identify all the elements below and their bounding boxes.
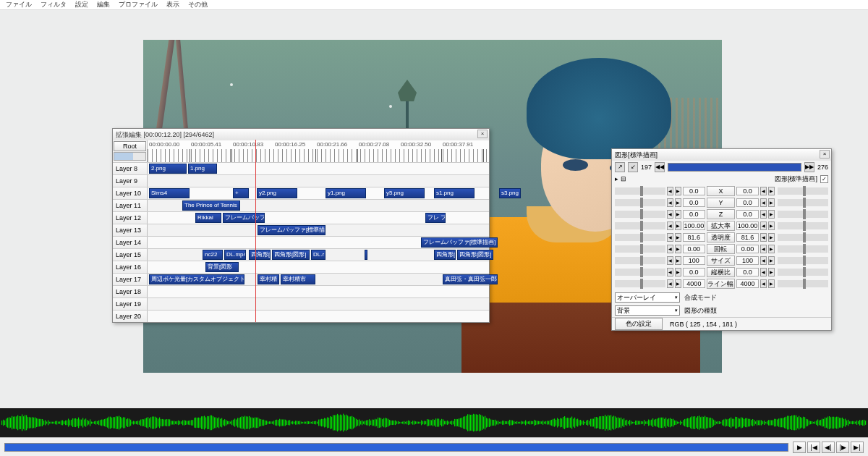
step-down-icon[interactable]: ◀ (760, 233, 767, 242)
step-down-icon[interactable]: ◀ (667, 210, 673, 219)
clip[interactable]: s3.png (499, 188, 521, 198)
timeline-track[interactable]: Layer 14フレームバッファ[標準描画] (113, 236, 489, 248)
step-down-icon[interactable]: ◀ (667, 256, 673, 265)
forward-icon[interactable]: ▶▶ (804, 162, 814, 172)
menu-編集[interactable]: 編集 (93, 0, 114, 9)
root-button[interactable]: Root (114, 141, 146, 151)
step-down-icon[interactable]: ◀ (667, 245, 673, 253)
track-lane[interactable] (148, 311, 489, 322)
menu-その他[interactable]: その他 (184, 0, 212, 9)
step-down-icon[interactable]: ◀ (760, 198, 767, 207)
track-label[interactable]: Layer 12 (113, 212, 148, 224)
timeline-window[interactable]: 拡張編集 [00:00:12.20] [294/6462] × Root 00:… (112, 128, 490, 323)
step-up-icon[interactable]: ▶ (675, 187, 681, 195)
step-up-icon[interactable]: ▶ (768, 233, 775, 242)
param-value-right[interactable]: 0.0 (736, 210, 759, 219)
track-label[interactable]: Layer 11 (113, 200, 148, 211)
track-label[interactable]: Layer 16 (113, 261, 148, 273)
step-up-icon[interactable]: ▶ (768, 198, 775, 207)
param-slider[interactable] (615, 187, 665, 195)
clip[interactable]: nc22 (203, 250, 223, 260)
track-lane[interactable] (148, 298, 489, 310)
param-slider[interactable] (778, 234, 828, 241)
timeline-track[interactable]: Layer 9 (113, 174, 489, 187)
step-up-icon[interactable]: ▶ (675, 245, 681, 253)
clip[interactable]: + (233, 188, 249, 198)
track-lane[interactable]: Rikkaiフレームバッファフレ フ (148, 212, 489, 224)
scene-selector[interactable] (114, 152, 146, 161)
clip[interactable]: DL.r (311, 250, 326, 260)
timeline-track[interactable]: Layer 16背景[図形 (113, 261, 489, 273)
track-lane[interactable]: 背景[図形 (148, 261, 489, 273)
menu-設定[interactable]: 設定 (71, 0, 93, 9)
clip[interactable]: 1.png (188, 164, 217, 174)
param-value-left[interactable]: 0.0 (683, 187, 705, 195)
skip-end-button[interactable]: ▶| (851, 442, 864, 453)
param-slider[interactable] (615, 269, 665, 276)
menu-フィルタ[interactable]: フィルタ (36, 0, 71, 9)
param-slider[interactable] (615, 222, 665, 229)
param-value-right[interactable]: 4000 (736, 279, 759, 288)
param-value-left[interactable]: 81.6 (683, 233, 705, 242)
step-back-button[interactable]: ◀| (822, 442, 835, 453)
shape-type-select[interactable]: 背景 (615, 305, 680, 316)
step-down-icon[interactable]: ◀ (667, 187, 673, 195)
param-value-left[interactable]: 0.0 (683, 268, 705, 276)
param-value-left[interactable]: 4000 (683, 279, 705, 288)
color-button[interactable]: 色の設定 (615, 318, 663, 330)
clip[interactable]: フレームバッファ[標準描画] (421, 237, 498, 248)
param-value-right[interactable]: 100.00 (736, 221, 759, 230)
step-down-icon[interactable]: ◀ (760, 279, 767, 288)
clip[interactable]: 幸村精 (258, 274, 279, 284)
param-value-right[interactable]: 0.0 (736, 198, 759, 207)
param-value-left[interactable]: 0.00 (683, 245, 705, 253)
properties-window[interactable]: 図形[標準描画] × ↗ ↙ 197 ◀◀ ▶▶ 276 ▸ ⊟ 図形[標準描画… (611, 148, 832, 331)
step-down-icon[interactable]: ◀ (760, 221, 767, 230)
param-value-left[interactable]: 100 (683, 256, 705, 265)
timeline-track[interactable]: Layer 20 (113, 310, 489, 322)
track-label[interactable]: Layer 10 (113, 187, 148, 199)
menu-表示[interactable]: 表示 (162, 0, 184, 9)
navigate-icon[interactable]: ↙ (628, 162, 638, 172)
track-label[interactable]: Layer 13 (113, 224, 148, 236)
timeline-track[interactable]: Layer 11The Prince of Tennis (113, 199, 489, 211)
timeline-track[interactable]: Layer 19 (113, 297, 489, 310)
clip[interactable]: フレームバッファ (223, 213, 265, 223)
timeline-track[interactable]: Layer 15nc22DL.mp4四角形[四角形[図形]DL.r四角形[四角形… (113, 248, 489, 261)
param-slider[interactable] (778, 269, 828, 276)
clip[interactable]: Rikkai (195, 213, 221, 223)
step-up-icon[interactable]: ▶ (675, 256, 681, 265)
track-label[interactable]: Layer 20 (113, 311, 148, 322)
step-up-icon[interactable]: ▶ (768, 187, 775, 195)
param-slider[interactable] (615, 211, 665, 218)
param-slider[interactable] (778, 222, 828, 229)
track-lane[interactable] (148, 286, 489, 297)
track-label[interactable]: Layer 9 (113, 175, 148, 187)
timeline-track[interactable]: Layer 17周辺ボケ光量[カスタムオブジェクト]幸村精幸村精市真田弦・真田弦… (113, 273, 489, 285)
step-down-icon[interactable]: ◀ (667, 233, 673, 242)
track-lane[interactable]: 2.png1.png (148, 163, 489, 174)
param-value-right[interactable]: 81.6 (736, 233, 759, 242)
rewind-icon[interactable]: ◀◀ (655, 162, 665, 172)
clip[interactable]: 2.png (149, 164, 187, 174)
clip[interactable]: 幸村精市 (281, 274, 315, 284)
step-up-icon[interactable]: ▶ (675, 221, 681, 230)
seek-slider[interactable] (4, 443, 788, 452)
timeline-track[interactable]: Layer 12Rikkaiフレームバッファフレ フ (113, 211, 489, 224)
props-titlebar[interactable]: 図形[標準描画] × (612, 149, 831, 161)
step-forward-button[interactable]: |▶ (836, 442, 849, 453)
step-down-icon[interactable]: ◀ (667, 221, 673, 230)
param-value-left[interactable]: 100.00 (683, 221, 705, 230)
clip[interactable]: 周辺ボケ光量[カスタムオブジェクト] (149, 274, 244, 284)
step-down-icon[interactable]: ◀ (667, 198, 673, 207)
param-value-right[interactable]: 0.0 (736, 268, 759, 276)
clip[interactable]: 背景[図形 (205, 262, 239, 272)
clip[interactable]: 四角形[図形] (272, 250, 310, 260)
param-value-right[interactable]: 100 (736, 256, 759, 265)
timeline-track[interactable]: Layer 13フレームバッファ[標準描画] (113, 224, 489, 236)
clip[interactable]: 四角形[ (434, 250, 456, 260)
menu-プロファイル[interactable]: プロファイル (114, 0, 162, 9)
timeline-track[interactable]: Layer 18 (113, 285, 489, 297)
param-slider[interactable] (615, 234, 665, 241)
step-down-icon[interactable]: ◀ (760, 256, 767, 265)
